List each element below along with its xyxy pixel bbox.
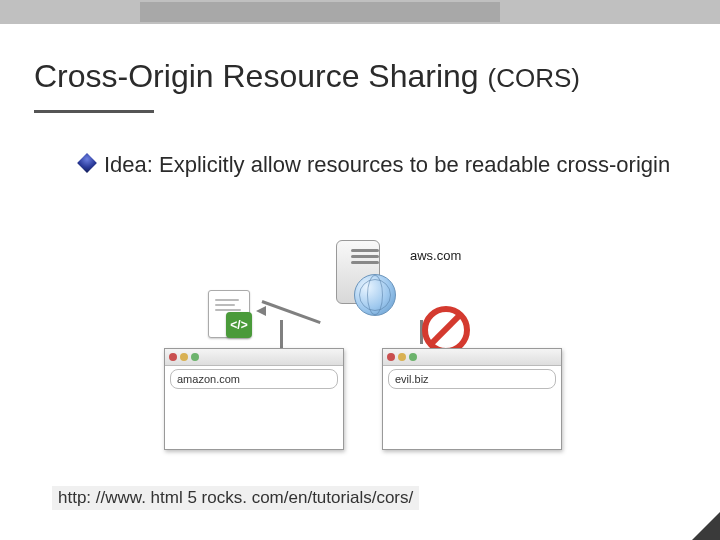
traffic-light-red-icon (387, 353, 395, 361)
server-icon (328, 240, 398, 318)
browser-window-blocked: evil.biz (382, 348, 562, 450)
browser-window-allowed: amazon.com (164, 348, 344, 450)
address-bar: evil.biz (388, 369, 556, 389)
slide-topbar (0, 0, 720, 24)
arrow-icon (280, 320, 283, 348)
address-text: evil.biz (395, 373, 429, 385)
bullet-row: Idea: Explicitly allow resources to be r… (80, 150, 680, 180)
cors-diagram: aws.com </> amazon.com e (160, 240, 580, 460)
diamond-bullet-icon (77, 153, 97, 173)
code-badge-icon: </> (226, 312, 252, 338)
arrow-head-icon (256, 306, 266, 316)
traffic-light-green-icon (191, 353, 199, 361)
traffic-light-yellow-icon (180, 353, 188, 361)
window-titlebar (165, 349, 343, 366)
slide-topbar-highlight (140, 2, 500, 22)
slide-title: Cross-Origin Resource Sharing (CORS) (34, 58, 580, 95)
title-main: Cross-Origin Resource Sharing (34, 58, 488, 94)
script-file-icon: </> (208, 290, 256, 338)
forbidden-icon (422, 306, 470, 354)
title-underline (34, 110, 154, 113)
slide-body: Idea: Explicitly allow resources to be r… (80, 150, 680, 180)
address-bar: amazon.com (170, 369, 338, 389)
server-label: aws.com (410, 248, 461, 263)
traffic-light-yellow-icon (398, 353, 406, 361)
window-titlebar (383, 349, 561, 366)
page-corner-icon (692, 512, 720, 540)
bullet-text: Idea: Explicitly allow resources to be r… (104, 150, 670, 180)
arrow-icon (261, 300, 320, 324)
address-text: amazon.com (177, 373, 240, 385)
traffic-light-green-icon (409, 353, 417, 361)
title-paren: (CORS) (488, 63, 580, 93)
traffic-light-red-icon (169, 353, 177, 361)
footer-url: http: //www. html 5 rocks. com/en/tutori… (52, 486, 419, 510)
globe-icon (354, 274, 396, 316)
